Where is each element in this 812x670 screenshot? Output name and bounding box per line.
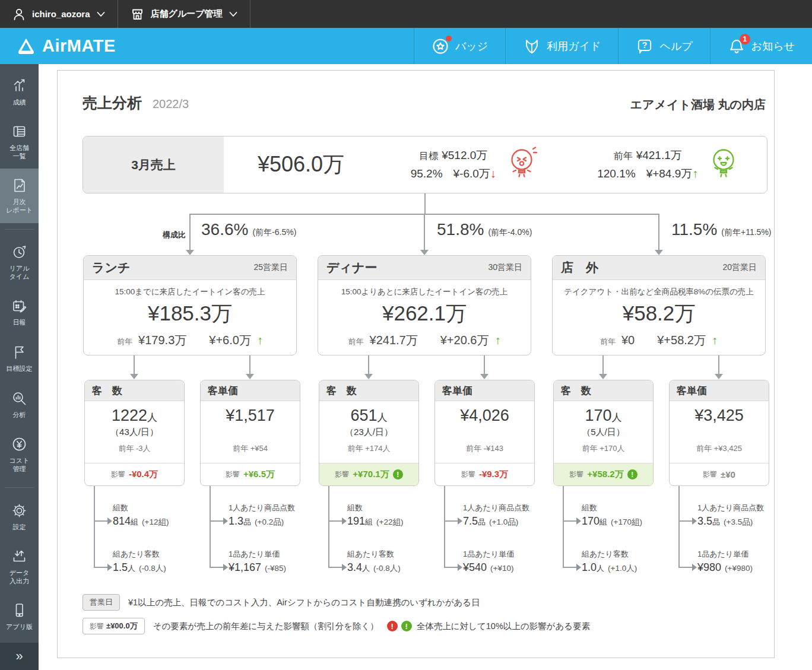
leaf-connector — [210, 486, 211, 568]
leaf-connector — [94, 486, 95, 568]
prev-year-diff: ¥+84.9万 — [646, 167, 693, 180]
composition-outside: 11.5%(前年+11.5%) — [671, 220, 772, 239]
legend-business-day: 営業日 ¥1以上の売上、日報でのコスト入力、Airシフトからのコスト自動連携のい… — [83, 594, 480, 611]
sidebar-item-data-io[interactable]: データ 入出力 — [0, 540, 39, 593]
happy-lightbulb-mascot-icon — [708, 146, 742, 184]
leaf-connector — [678, 486, 680, 568]
store-icon — [130, 7, 145, 21]
leaf-arrow — [445, 567, 458, 568]
nav-help[interactable]: ? ヘルプ — [618, 28, 709, 64]
metric-card-dinner-spend: 客単価 ¥4,026 前年 -¥143 影響-¥9.3万 — [434, 380, 535, 486]
store-name: エアメイト酒場 丸の内店 — [630, 97, 766, 113]
leaf-dinner-items-per-guest: 1人あたり商品点数 7.5品(+1.0品) — [463, 503, 529, 528]
leaf-outside-groups: 組数 170組(+170組) — [582, 503, 642, 528]
tree-arrow — [424, 214, 425, 250]
monthly-summary-card: 3月売上 ¥506.0万 目標¥512.0万 95.2%¥-6.0万↓ — [83, 136, 767, 193]
nav-news[interactable]: 1 お知らせ — [710, 28, 812, 64]
leaf-arrow — [445, 520, 458, 522]
composition-dinner: 51.8%(前年-4.0%) — [437, 220, 532, 239]
account-menu[interactable]: ichiro_aozora — [0, 0, 118, 28]
news-count-badge: 1 — [740, 34, 750, 45]
badge-icon — [432, 37, 449, 55]
target-percent: 95.2% — [411, 167, 443, 180]
monthly-report-icon — [11, 177, 27, 193]
leaf-arrow — [329, 567, 342, 568]
leaf-outside-items-per-guest: 1人あたり商品点数 3.5品(+3.5品) — [697, 503, 764, 528]
metric-card-outside-spend: 客単価 ¥3,425 前年 +¥3,425 影響±¥0 — [669, 380, 769, 486]
business-day-badge: 営業日 — [83, 594, 120, 611]
up-arrow-icon: ↑ — [712, 334, 718, 347]
user-icon — [12, 7, 26, 21]
leaf-lunch-price-per-item: 1品あたり単価 ¥1,167(-¥85) — [229, 549, 286, 574]
leaf-arrow — [679, 567, 692, 568]
flag-icon — [11, 344, 27, 360]
legend-impact: 影響±¥00.0万 その要素が売上の前年差に与えた影響額（割引分を除く） ! !… — [83, 618, 590, 634]
leaf-dinner-price-per-item: 1品あたり単価 ¥540(+¥10) — [463, 549, 514, 574]
store-group-label: 店舗グループ管理 — [151, 8, 223, 20]
airmate-logo[interactable]: AirMATE — [0, 28, 131, 64]
sidebar-item-zentenpo[interactable]: 全店舗 一覧 — [0, 115, 39, 169]
chevron-down-icon — [229, 11, 238, 18]
header-nav: バッジ 利用ガイド ? ヘルプ — [414, 28, 812, 64]
up-arrow-icon: ↑ — [692, 167, 698, 180]
store-list-icon — [11, 123, 27, 139]
tree-arrow — [368, 355, 369, 374]
metric-card-dinner-guests: 客 数 651人 （23人/日） 前年 +174人 影響+¥70.1万! — [319, 380, 419, 486]
summary-prev-year-block: 前年¥421.1万 120.1%¥+84.9万↑ — [573, 136, 767, 193]
tree-arrow — [484, 355, 485, 374]
sidebar: 成績 全店舗 一覧 月次 レポート リアル タイム — [0, 64, 39, 670]
metric-card-lunch-spend: 客単価 ¥1,517 前年 +¥54 影響+¥6.5万 — [200, 380, 300, 486]
leaf-arrow — [563, 520, 576, 522]
leaf-outside-guests-per-group: 組あたり客数 1.0人(+1.0人) — [582, 549, 637, 574]
realtime-clock-icon — [11, 244, 27, 260]
smartphone-icon — [11, 602, 27, 618]
tree-arrow — [658, 214, 659, 250]
impact-alert-icon: ! — [393, 469, 403, 480]
sidebar-item-cost[interactable]: コスト 管理 — [0, 428, 39, 481]
up-arrow-icon: ↑ — [257, 334, 263, 347]
bell-icon: 1 — [728, 37, 746, 55]
sidebar-item-app[interactable]: アプリ版 — [0, 593, 39, 640]
leaf-arrow — [329, 520, 342, 522]
channel-card-lunch: ランチ25営業日 15:00までに来店したイートイン客の売上 ¥185.3万 前… — [83, 255, 297, 355]
sidebar-expand-button[interactable]: » — [0, 643, 39, 670]
svg-text:?: ? — [642, 40, 648, 50]
tree-arrow — [602, 355, 604, 374]
store-group-menu[interactable]: 店舗グループ管理 — [118, 0, 250, 28]
performance-chart-icon — [11, 78, 27, 94]
composition-lunch: 36.6%(前年-6.5%) — [201, 220, 296, 239]
sidebar-item-realtime[interactable]: リアル タイム — [0, 236, 39, 289]
composition-label: 構成比 — [151, 230, 186, 240]
data-import-export-icon — [11, 548, 27, 564]
report-panel: 売上分析2022/3 エアメイト酒場 丸の内店 3月売上 ¥506.0万 目標¥… — [57, 70, 775, 658]
nav-guide[interactable]: 利用ガイド — [505, 28, 618, 64]
channel-card-dinner: ディナー30営業日 15:00よりあとに来店したイートイン客の売上 ¥262.1… — [318, 255, 531, 355]
sidebar-item-monthly-report[interactable]: 月次 レポート — [0, 169, 39, 223]
sidebar-item-nippo[interactable]: 日報 — [0, 289, 39, 335]
sidebar-item-seiseki[interactable]: 成績 — [0, 69, 39, 115]
analysis-magnifier-icon — [11, 390, 27, 407]
help-icon: ? — [636, 37, 654, 55]
yen-circle-icon — [11, 436, 27, 452]
metric-card-outside-guests: 客 数 170人 （5人/日） 前年 +170人 影響+¥58.2万! — [553, 380, 654, 486]
tree-arrow — [249, 355, 250, 374]
sidebar-item-settings[interactable]: 設定 — [0, 494, 39, 540]
sidebar-item-analysis[interactable]: 分析 — [0, 382, 39, 428]
channel-card-outside: 店 外20営業日 テイクアウト・出前など全商品税率8%の伝票の売上 ¥58.2万… — [552, 255, 766, 355]
down-arrow-icon: ↓ — [490, 167, 496, 180]
tree-arrow — [134, 355, 135, 374]
tree-arrow — [189, 214, 191, 250]
target-diff: ¥-6.0万 — [453, 167, 490, 180]
sidebar-item-goal[interactable]: 目標設定 — [0, 335, 39, 382]
leaf-outside-price-per-item: 1品あたり単価 ¥980(+¥980) — [697, 549, 753, 574]
sidebar-divider — [5, 229, 34, 230]
summary-month-label: 3月売上 — [83, 136, 224, 193]
nav-badge[interactable]: バッジ — [414, 28, 505, 64]
logo-text: AirMATE — [42, 36, 116, 56]
metric-card-lunch-guests: 客 数 1222人 （43人/日） 前年 -3人 影響-¥0.4万 — [84, 380, 185, 486]
gear-icon — [11, 503, 27, 519]
account-bar: ichiro_aozora 店舗グループ管理 — [0, 0, 812, 28]
leaf-arrow — [94, 567, 107, 568]
notification-dot — [446, 36, 452, 42]
leaf-connector — [563, 486, 564, 568]
